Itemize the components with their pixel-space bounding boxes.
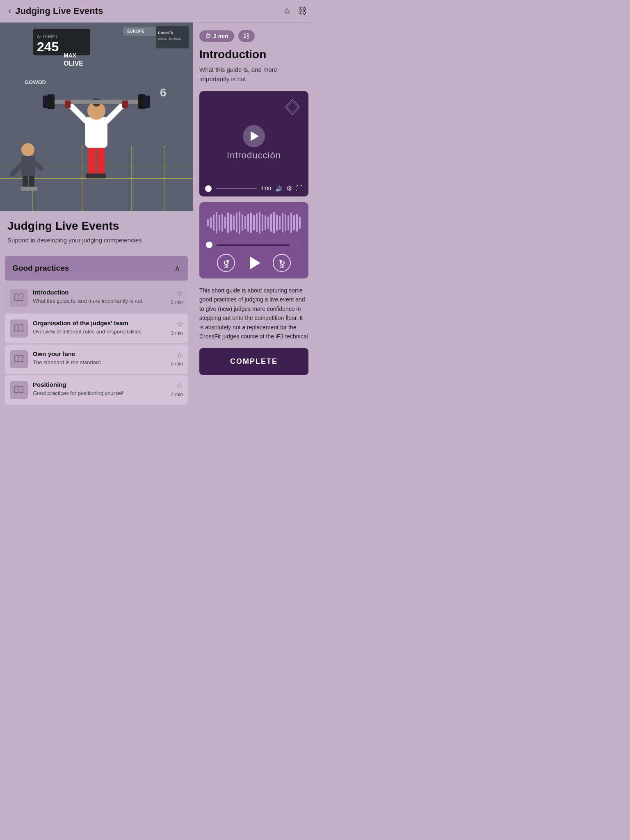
lesson-content: Own your lane The standard is the standa…	[33, 350, 166, 366]
lesson-desc: The standard is the standard	[33, 359, 166, 366]
lesson-desc: Good practices for positioning yourself	[33, 390, 166, 397]
lesson-time: 2 min	[171, 299, 183, 305]
fullscreen-icon[interactable]: ⛶	[296, 185, 303, 192]
page-title: Judging Live Events	[15, 6, 103, 16]
header-left: ‹ Judging Live Events	[8, 6, 103, 16]
lesson-icon	[10, 350, 28, 368]
audio-waveform	[206, 210, 302, 235]
lesson-desc: What this guide is, and more importantly…	[33, 297, 166, 305]
section-title: Good practices	[12, 264, 69, 273]
svg-rect-24	[21, 156, 35, 176]
lesson-content: Positioning Good practices for positioni…	[33, 381, 166, 397]
complete-button[interactable]: COMPLETE	[199, 348, 308, 375]
audio-time: --:--	[294, 242, 302, 248]
time-badge: ⏱ 2 min	[199, 30, 234, 42]
bookmark-star-icon[interactable]: ☆	[176, 381, 183, 390]
audio-controls: ↺ 15 ↻ 15	[206, 254, 302, 272]
lesson-item[interactable]: Positioning Good practices for positioni…	[5, 375, 188, 405]
time-badge-row: ⏱ 2 min ⛓	[199, 30, 308, 42]
lesson-list: Introduction What this guide is, and mor…	[0, 281, 193, 409]
lesson-meta: ☆ 5 min	[171, 350, 183, 367]
audio-progress-row: --:--	[206, 242, 302, 248]
video-play-button[interactable]	[243, 125, 265, 147]
lesson-meta: ☆ 2 min	[171, 289, 183, 305]
svg-text:245: 245	[37, 39, 59, 54]
link-icon[interactable]: ⛓	[298, 6, 307, 16]
svg-rect-30	[27, 187, 37, 191]
clock-icon: ⏱	[205, 33, 211, 39]
skip-back-button[interactable]: ↺ 15	[217, 254, 235, 272]
content-body: This short guide is about capturing some…	[199, 286, 308, 341]
back-button[interactable]: ‹	[8, 6, 11, 16]
hero-image: ATTEMPT 245 EUROPE CrossFit SANCTIONALS …	[0, 23, 193, 211]
course-title: Judging Live Events	[7, 219, 185, 233]
right-column: ⏱ 2 min ⛓ Introduction What this guide i…	[193, 23, 315, 382]
svg-text:CrossFit: CrossFit	[158, 31, 173, 35]
svg-rect-20	[144, 96, 150, 108]
audio-progress-bar[interactable]	[217, 244, 290, 246]
svg-rect-21	[65, 100, 71, 108]
svg-rect-7	[88, 146, 96, 174]
lesson-item[interactable]: Introduction What this guide is, and mor…	[5, 283, 188, 313]
video-progress-bar[interactable]	[216, 188, 257, 189]
content-title: Introduction	[199, 48, 308, 61]
audio-player: --:-- ↺ 15 ↻ 15	[199, 202, 308, 278]
bookmark-star-icon[interactable]: ☆	[176, 320, 183, 329]
svg-point-23	[21, 143, 34, 156]
svg-rect-22	[122, 100, 128, 108]
lesson-title: Introduction	[33, 289, 166, 296]
lesson-icon	[10, 320, 28, 338]
svg-text:OLIVE: OLIVE	[64, 60, 83, 67]
volume-icon[interactable]: 🔊	[275, 185, 282, 192]
lesson-meta: ☆ 3 min	[171, 320, 183, 336]
play-triangle-icon	[251, 131, 259, 141]
chevron-up-icon: ∧	[174, 263, 180, 273]
svg-rect-25	[23, 176, 28, 188]
lesson-item[interactable]: Organisation of the judges' team Overvie…	[5, 314, 188, 343]
lesson-item[interactable]: Own your lane The standard is the standa…	[5, 345, 188, 374]
settings-icon[interactable]: ⚙	[286, 185, 292, 192]
section-header[interactable]: Good practices ∧	[5, 256, 188, 281]
lesson-time: 2 min	[171, 392, 183, 397]
main-layout: ATTEMPT 245 EUROPE CrossFit SANCTIONALS …	[0, 23, 315, 409]
svg-text:ATTEMPT: ATTEMPT	[37, 34, 58, 39]
svg-text:GOWOD: GOWOD	[25, 79, 46, 85]
lesson-content: Organisation of the judges' team Overvie…	[33, 320, 166, 336]
lesson-title: Positioning	[33, 381, 166, 388]
video-area: Introducción	[199, 91, 308, 181]
course-subtitle: Support in developing your judging compe…	[7, 236, 185, 244]
audio-progress-dot[interactable]	[206, 242, 212, 248]
lesson-meta: ☆ 2 min	[171, 381, 183, 397]
bookmark-icon[interactable]: ☆	[283, 6, 291, 16]
lesson-title: Own your lane	[33, 350, 166, 357]
svg-rect-10	[96, 173, 106, 178]
svg-rect-18	[43, 96, 48, 108]
content-description: What this guide is, and more importantly…	[199, 65, 308, 84]
lesson-icon	[10, 381, 28, 399]
lesson-time: 3 min	[171, 330, 183, 336]
course-info: Judging Live Events Support in developin…	[0, 211, 193, 251]
lesson-content: Introduction What this guide is, and mor…	[33, 289, 166, 305]
video-controls: 1:00 🔊 ⚙ ⛶	[199, 181, 308, 196]
link-badge[interactable]: ⛓	[238, 30, 255, 42]
lesson-title: Organisation of the judges' team	[33, 320, 166, 326]
svg-text:6: 6	[160, 86, 167, 99]
svg-text:SANCTIONALS: SANCTIONALS	[158, 37, 181, 41]
lesson-time: 5 min	[171, 361, 183, 367]
svg-rect-9	[86, 173, 96, 178]
progress-indicator[interactable]	[205, 185, 212, 192]
audio-play-button[interactable]	[250, 256, 260, 269]
video-player: Introducción 1:00 🔊 ⚙ ⛶	[199, 91, 308, 196]
video-title: Introducción	[227, 150, 281, 161]
video-time: 1:00	[261, 185, 271, 192]
bookmark-star-icon[interactable]: ☆	[176, 350, 183, 359]
svg-text:EUROPE: EUROPE	[127, 29, 145, 34]
svg-rect-8	[97, 146, 105, 174]
brand-logo	[283, 98, 302, 116]
svg-text:MAX: MAX	[64, 52, 77, 59]
skip-forward-button[interactable]: ↻ 15	[273, 254, 291, 272]
lesson-desc: Overview of different roles and responsi…	[33, 328, 166, 336]
bookmark-star-icon[interactable]: ☆	[176, 289, 183, 298]
lesson-icon	[10, 289, 28, 307]
left-column: ATTEMPT 245 EUROPE CrossFit SANCTIONALS …	[0, 23, 193, 409]
